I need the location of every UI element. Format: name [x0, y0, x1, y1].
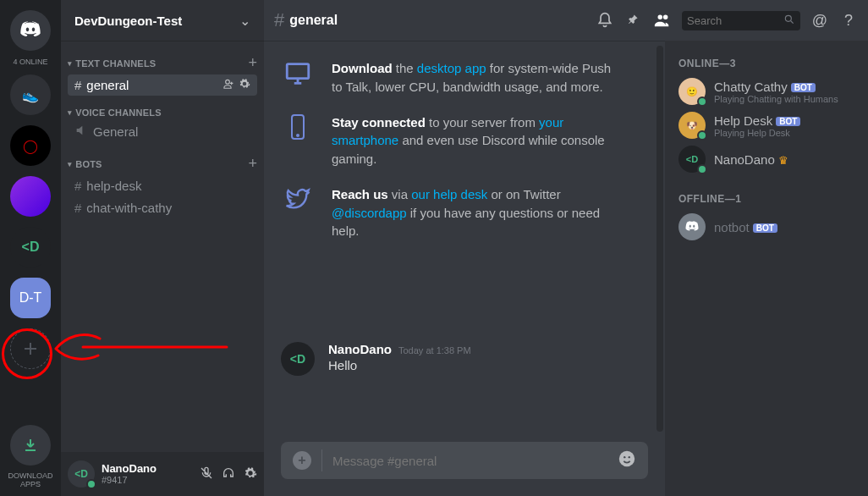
invite-icon[interactable]: [222, 78, 233, 92]
channel-label: chat-with-cathy: [86, 201, 172, 215]
download-icon: [22, 437, 39, 454]
search-box[interactable]: [682, 11, 800, 30]
member-chatty-cathy[interactable]: 🙂 Chatty CathyBOT Playing Chatting with …: [672, 74, 861, 108]
download-apps-label: DOWNLOAD APPS: [0, 472, 61, 489]
member-nanodano[interactable]: <D NanoDano♛: [672, 142, 861, 176]
message-text: Hello: [328, 358, 471, 372]
members-sidebar: ONLINE—3 🙂 Chatty CathyBOT Playing Chatt…: [665, 41, 868, 496]
server-item-1[interactable]: 👟: [10, 74, 51, 115]
add-channel-button[interactable]: +: [248, 155, 257, 173]
channel-chat-cathy[interactable]: # chat-with-cathy: [68, 197, 257, 218]
member-notbot[interactable]: notbotBOT: [672, 210, 861, 244]
message-avatar[interactable]: <D: [281, 342, 315, 376]
welcome-reach: Reach us via our help desk or on Twitter…: [281, 177, 648, 249]
attach-button[interactable]: +: [293, 451, 311, 470]
members-offline-header: OFFLINE—1: [672, 188, 861, 210]
home-button[interactable]: [10, 10, 51, 51]
hash-icon: #: [74, 201, 81, 215]
svg-point-3: [297, 135, 299, 136]
phone-icon: [281, 113, 315, 168]
svg-point-6: [629, 455, 630, 457]
welcome-download: Download the desktop app for system-wide…: [281, 51, 648, 105]
bot-tag: BOT: [753, 223, 777, 233]
add-channel-button[interactable]: +: [248, 54, 257, 72]
svg-rect-1: [287, 64, 309, 79]
hash-icon: #: [74, 78, 81, 92]
channel-label: general: [86, 78, 129, 92]
hash-icon: #: [274, 9, 284, 31]
mute-icon[interactable]: [200, 466, 213, 482]
pinned-icon[interactable]: [624, 12, 643, 29]
server-rail: 4 ONLINE 👟 ◯ <D D-T DOWNLOAD APPS: [0, 0, 61, 496]
message-input[interactable]: [332, 454, 607, 468]
gear-icon[interactable]: [239, 78, 250, 92]
channel-help-desk[interactable]: # help-desk: [68, 175, 257, 196]
user-panel: <D NanoDano #9417: [61, 452, 264, 496]
online-count-label: 4 ONLINE: [13, 58, 47, 66]
monitor-icon: [281, 59, 315, 96]
deafen-icon[interactable]: [222, 466, 235, 482]
welcome-mobile: Stay connected to your server from your …: [281, 105, 648, 177]
discord-logo-icon: [19, 19, 42, 42]
help-desk-link[interactable]: our help desk: [411, 187, 487, 201]
desktop-app-link[interactable]: desktop app: [417, 61, 486, 75]
plus-icon: [22, 340, 39, 357]
top-bar: # general @ ?: [264, 0, 868, 41]
server-header[interactable]: DevDungeon-Test ⌄: [61, 0, 264, 41]
server-item-3[interactable]: [10, 176, 51, 217]
category-voice-header[interactable]: VOICE CHANNELS: [61, 104, 264, 119]
bot-tag: BOT: [776, 117, 800, 126]
self-tag: #9417: [102, 475, 157, 485]
svg-point-0: [785, 15, 791, 21]
add-server-button[interactable]: [10, 328, 51, 369]
svg-point-4: [619, 450, 635, 466]
twitter-link[interactable]: @discordapp: [332, 206, 407, 220]
channel-list: TEXT CHANNELS + # general VOICE CHANNELS: [61, 41, 264, 452]
discord-logo-icon: [684, 219, 700, 234]
server-item-selected[interactable]: D-T: [10, 278, 51, 318]
channel-general[interactable]: # general: [68, 74, 257, 96]
message-timestamp: Today at 1:38 PM: [398, 345, 471, 355]
category-label: VOICE CHANNELS: [68, 107, 162, 118]
download-apps-button[interactable]: [10, 425, 51, 466]
server-name: DevDungeon-Test: [74, 14, 182, 28]
server-item-4[interactable]: <D: [10, 227, 51, 267]
help-icon[interactable]: ?: [839, 12, 858, 30]
search-input[interactable]: [687, 14, 783, 27]
category-text-header[interactable]: TEXT CHANNELS +: [61, 51, 264, 74]
crown-icon: ♛: [778, 154, 788, 167]
bot-tag: BOT: [791, 83, 816, 92]
messages-column: Download the desktop app for system-wide…: [264, 41, 665, 496]
self-username: NanoDano: [102, 463, 157, 475]
channel-label: General: [93, 124, 138, 139]
messages-scroll[interactable]: Download the desktop app for system-wide…: [264, 41, 665, 442]
speaker-icon: [74, 124, 88, 140]
voice-channel-general[interactable]: General: [68, 120, 257, 143]
category-label: TEXT CHANNELS: [68, 58, 156, 69]
server-item-2[interactable]: ◯: [10, 125, 51, 166]
scrollbar[interactable]: [656, 46, 663, 432]
message-compose: +: [281, 442, 648, 479]
hash-icon: #: [74, 179, 81, 193]
channel-title: # general: [274, 9, 338, 31]
twitter-icon: [281, 185, 315, 240]
category-label: BOTS: [68, 159, 102, 169]
channel-sidebar: DevDungeon-Test ⌄ TEXT CHANNELS + # gene…: [61, 0, 264, 496]
category-bots-header[interactable]: BOTS +: [61, 152, 264, 174]
search-icon: [783, 14, 795, 28]
settings-icon[interactable]: [244, 466, 257, 482]
self-avatar[interactable]: <D: [68, 460, 95, 488]
message-author[interactable]: NanoDano: [328, 342, 392, 356]
main-area: # general @ ?: [264, 0, 868, 496]
mentions-icon[interactable]: @: [810, 12, 829, 30]
message-row: <D NanoDano Today at 1:38 PM Hello: [281, 333, 648, 384]
chevron-down-icon: ⌄: [239, 13, 250, 29]
channel-label: help-desk: [86, 179, 141, 193]
notifications-icon[interactable]: [596, 12, 614, 29]
emoji-button[interactable]: [618, 449, 636, 472]
svg-point-5: [624, 455, 625, 457]
member-help-desk[interactable]: 🐶 Help DeskBOT Playing Help Desk: [672, 108, 861, 142]
members-toggle-icon[interactable]: [653, 11, 672, 30]
members-online-header: ONLINE—3: [672, 52, 861, 74]
